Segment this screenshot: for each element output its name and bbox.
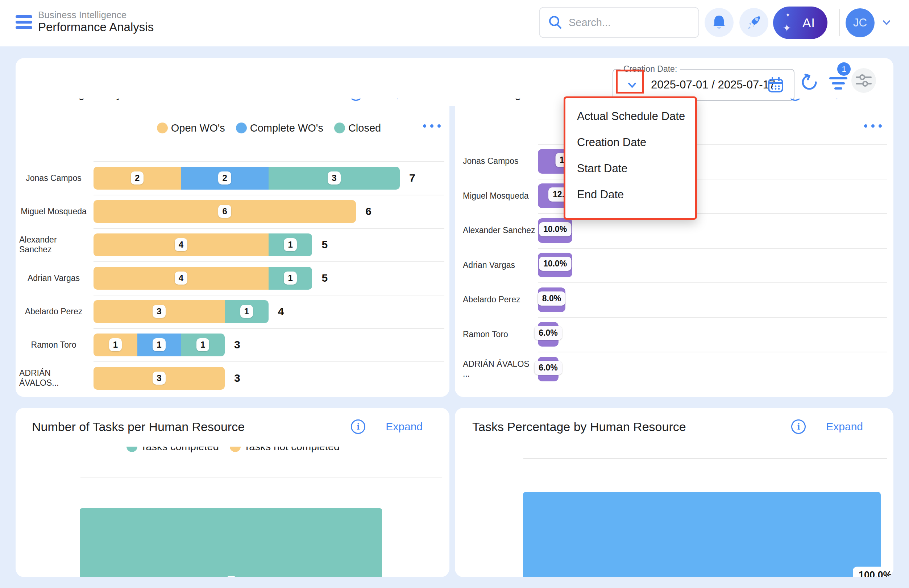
- info-icon[interactable]: i: [351, 420, 365, 434]
- expand-button[interactable]: Expand: [823, 99, 860, 100]
- bar-segment[interactable]: 2: [94, 167, 181, 190]
- bar-segment[interactable]: 3: [94, 367, 225, 390]
- panel-header: Tasks Percentage by Human Resource i Exp…: [472, 417, 863, 437]
- rocket-button[interactable]: [739, 8, 769, 37]
- panel-title: Number of Tasks per Human Resource: [32, 420, 351, 434]
- category-label: Jonas Campos: [19, 167, 88, 190]
- total-label: 5: [322, 262, 328, 295]
- segment-value-label: 3: [328, 171, 340, 184]
- date-range-value[interactable]: 2025-07-01 / 2025-07-17: [651, 69, 775, 100]
- bar-segment[interactable]: 1: [268, 267, 312, 290]
- bar-segment[interactable]: 1: [268, 233, 312, 256]
- stacked-bar[interactable]: 3: [94, 367, 225, 390]
- percent-value-label: 10.0%: [539, 257, 571, 271]
- ai-button-label: AI: [802, 16, 815, 30]
- legend-item[interactable]: Tasks not completed: [230, 447, 340, 453]
- category-label: Ramon Toro: [463, 322, 535, 347]
- search-box[interactable]: [539, 7, 699, 38]
- segment-value-label: 4: [175, 238, 187, 251]
- chart-row: ADRIÁN ÁVALOS...33: [16, 362, 449, 395]
- legend-dot-icon: [230, 447, 241, 452]
- header-divider: [839, 9, 840, 36]
- stacked-bar[interactable]: 31: [94, 300, 268, 323]
- info-icon[interactable]: i: [788, 99, 802, 101]
- stacked-bar[interactable]: 41: [94, 233, 312, 256]
- tasks-percentage-bar[interactable]: [523, 492, 881, 577]
- bar-segment[interactable]: 3: [94, 300, 225, 323]
- row-separator: [538, 352, 887, 352]
- percent-value-label: 10.0%: [539, 222, 571, 236]
- expand-button[interactable]: Expand: [826, 420, 863, 433]
- sparkle-icon: ✦: [783, 22, 791, 34]
- refresh-icon: [800, 73, 819, 91]
- account-chevron-down-icon[interactable]: [880, 19, 893, 27]
- category-label: Jonas Campos: [463, 149, 535, 174]
- bar-segment[interactable]: 3: [268, 167, 400, 190]
- menu-icon[interactable]: [16, 15, 33, 31]
- percent-value-label: 8.0%: [538, 291, 565, 305]
- breadcrumb: Business Intelligence: [38, 10, 126, 21]
- bar-segment[interactable]: 1: [181, 333, 225, 356]
- bar-segment[interactable]: 6: [94, 200, 356, 223]
- info-icon[interactable]: i: [791, 420, 806, 434]
- row-separator: [94, 328, 444, 329]
- percent-value-label: 6.0%: [534, 361, 562, 375]
- avatar-initials: JC: [853, 16, 867, 29]
- segment-value-label: 1: [153, 338, 165, 351]
- category-label: Alexander Sanchez: [463, 218, 535, 243]
- calendar-icon: [767, 76, 784, 94]
- filter-list-icon: [828, 75, 848, 92]
- segment-value-label: 1: [197, 338, 209, 351]
- chart-row: Abelardo Perez8.0%: [455, 283, 893, 317]
- sparkle-icon: ✦: [785, 11, 790, 18]
- user-avatar[interactable]: JC: [846, 8, 875, 37]
- legend-label: Tasks not completed: [244, 447, 340, 453]
- bar-segment[interactable]: 2: [181, 167, 268, 190]
- filter-button[interactable]: [828, 75, 848, 94]
- chart-row: Ramon Toro6.0%: [455, 317, 893, 352]
- category-label: Alexander Sanchez: [19, 233, 88, 256]
- row-separator: [94, 295, 444, 296]
- category-label: Miguel Mosqueda: [19, 200, 88, 223]
- stacked-bar[interactable]: 41: [94, 267, 312, 290]
- expand-button[interactable]: Expand: [383, 99, 420, 100]
- refresh-button[interactable]: [800, 73, 819, 93]
- expand-button[interactable]: Expand: [386, 420, 423, 433]
- legend-item[interactable]: Tasks completed: [126, 447, 219, 453]
- chart-row: ADRIÁN ÁVALOS ...6.0%: [455, 352, 893, 386]
- chart-gridline: [523, 458, 887, 459]
- search-input[interactable]: [569, 17, 688, 29]
- tasks-completed-bar[interactable]: [80, 508, 382, 577]
- segment-value-label: 4: [175, 271, 187, 284]
- segment-value-label: 1: [284, 238, 297, 251]
- bar-segment[interactable]: 4: [94, 267, 268, 290]
- stacked-bar[interactable]: 223: [94, 167, 400, 190]
- dropdown-item[interactable]: Start Date: [565, 155, 695, 182]
- chart-row: Alexander Sanchez415: [16, 228, 449, 262]
- category-label: Adrian Vargas: [19, 267, 88, 290]
- segment-value-label: 2: [218, 171, 231, 184]
- category-label: Abelardo Perez: [463, 288, 535, 312]
- bar-segment[interactable]: 1: [137, 333, 181, 356]
- chart-row: Adrian Vargas10.0%: [455, 248, 893, 283]
- percent-value-label: 6.0%: [534, 326, 562, 340]
- calendar-button[interactable]: [767, 76, 784, 94]
- segment-value-label: 1: [109, 338, 122, 351]
- stacked-bar[interactable]: 6: [94, 200, 356, 223]
- dropdown-item[interactable]: Creation Date: [565, 129, 695, 155]
- chart-row: Abelardo Perez314: [16, 295, 449, 328]
- bar-segment[interactable]: 4: [94, 233, 268, 256]
- bar-segment[interactable]: 1: [94, 333, 137, 356]
- notifications-button[interactable]: [705, 8, 734, 37]
- dropdown-item[interactable]: End Date: [565, 182, 695, 208]
- row-separator: [94, 228, 444, 229]
- info-icon[interactable]: i: [349, 99, 363, 101]
- panel-title: WO's Progress by Human Resource: [29, 99, 349, 100]
- settings-button[interactable]: [851, 68, 876, 93]
- category-label: Abelardo Perez: [19, 300, 88, 323]
- ai-assistant-button[interactable]: ✦ ✦ AI: [773, 6, 827, 39]
- stacked-bar[interactable]: 111: [94, 333, 225, 356]
- segment-value-label: 1: [284, 271, 297, 284]
- dropdown-item[interactable]: Actual Schedule Date: [565, 103, 695, 129]
- bar-segment[interactable]: 1: [225, 300, 268, 323]
